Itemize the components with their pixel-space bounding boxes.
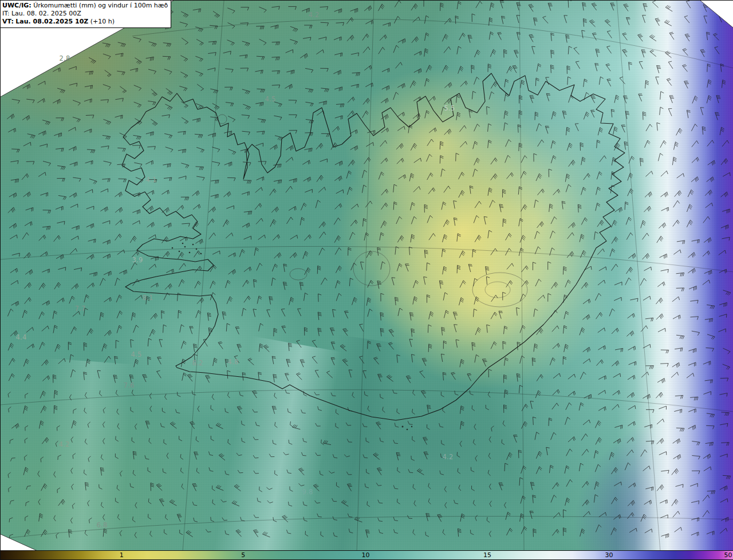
valid-time-offset: (+10 h) (90, 18, 115, 25)
colorbar-tick-label: 5 (241, 551, 245, 559)
colorbar-tick-label: 1 (120, 551, 124, 559)
map-canvas: 4.22.84.55.54.13.98.17.74.44.58.24.87.64… (1, 1, 733, 551)
init-time-label: IT: (2, 10, 9, 17)
colorbar: 1510153050 (1, 550, 733, 559)
colorbar-tick-label: 15 (483, 551, 491, 559)
colorbar-tick-label: 30 (605, 551, 613, 559)
wind-barb-layer (7, 1, 731, 538)
precip-contour-rings (218, 115, 527, 307)
valid-time-value: Lau. 08.02.2025 10Z (15, 18, 88, 25)
title-line: UWC/IG: Úrkomumætti (mm) og vindur í 100… (2, 2, 168, 10)
colorbar-tick-label: 50 (724, 551, 732, 559)
map-title: Úrkomumætti (mm) og vindur í 100m hæð (33, 2, 168, 9)
weather-map-page: 4.22.84.55.54.13.98.17.74.44.58.24.87.64… (0, 0, 733, 560)
colorbar-tick-label: 10 (361, 551, 369, 559)
valid-time-line: VT: Lau. 08.02.2025 10Z (+10 h) (2, 18, 168, 26)
init-time-value: Lau. 08. 02. 2025 00Z (11, 10, 81, 17)
map-title-box: UWC/IG: Úrkomumætti (mm) og vindur í 100… (1, 1, 171, 28)
init-time-line: IT: Lau. 08. 02. 2025 00Z (2, 10, 168, 18)
graticule-lines (1, 1, 733, 551)
map-vector-layer (1, 1, 733, 551)
model-label: UWC/IG: (2, 2, 31, 9)
colorbar-ticks: 1510153050 (1, 551, 733, 559)
valid-time-label: VT: (2, 18, 14, 25)
